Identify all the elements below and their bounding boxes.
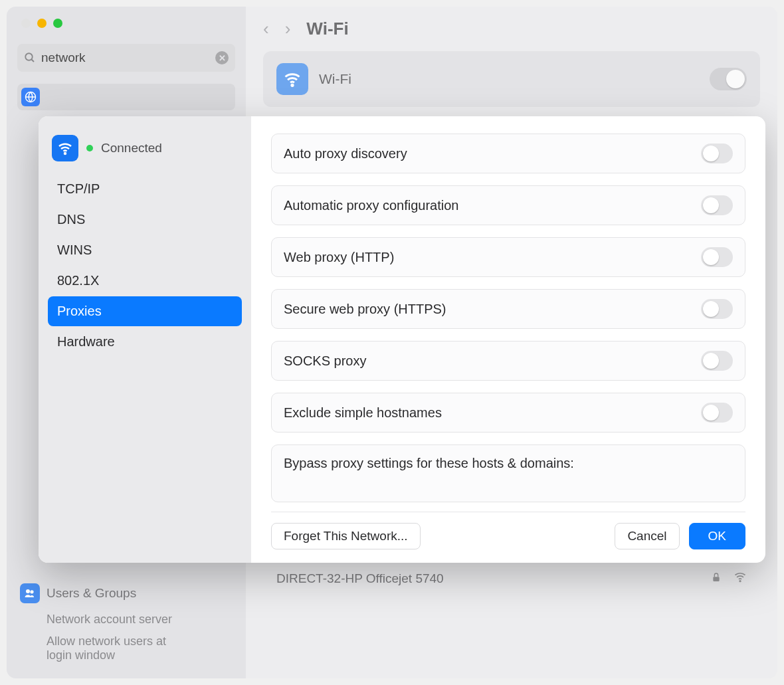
wifi-label: Wi-Fi: [319, 71, 351, 87]
forward-button[interactable]: ›: [285, 19, 291, 39]
connection-status-label: Connected: [101, 141, 162, 155]
sidebar-item-users-groups[interactable]: Users & Groups: [17, 578, 235, 609]
cancel-button[interactable]: Cancel: [615, 523, 679, 549]
toggle-web-proxy-http[interactable]: [701, 247, 733, 267]
toggle-auto-proxy-discovery[interactable]: [701, 144, 733, 163]
maximize-window-button[interactable]: [53, 19, 62, 28]
svg-point-9: [739, 581, 741, 582]
svg-point-5: [292, 84, 293, 86]
sidebar-subitem-allow-login[interactable]: Allow network users at login window: [17, 631, 235, 666]
option-label: Auto proxy discovery: [284, 146, 407, 161]
wifi-settings-modal: Connected TCP/IP DNS WINS 802.1X Proxies…: [39, 116, 765, 563]
users-icon: [20, 583, 40, 603]
svg-rect-8: [713, 577, 719, 581]
wifi-signal-icon: [734, 570, 747, 587]
modal-tab-dns[interactable]: DNS: [48, 205, 242, 235]
proxy-option-http: Web proxy (HTTP): [271, 237, 745, 277]
system-settings-window: ✕ Users & Groups Network account server …: [7, 7, 777, 678]
bypass-label: Bypass proxy settings for these hosts & …: [284, 456, 574, 470]
sidebar-item-label: Users & Groups: [47, 586, 136, 601]
toggle-auto-proxy-config[interactable]: [701, 195, 733, 215]
sidebar-search-results: Users & Groups Network account server Al…: [17, 571, 235, 666]
wifi-toggle[interactable]: [710, 68, 747, 90]
modal-sidebar: Connected TCP/IP DNS WINS 802.1X Proxies…: [39, 116, 251, 563]
nav-bar: ‹ › Wi-Fi: [263, 19, 760, 39]
wifi-icon: [276, 63, 308, 95]
proxy-option-exclude-simple: Exclude simple hostnames: [271, 393, 745, 433]
status-dot-icon: [86, 145, 93, 151]
search-field[interactable]: ✕: [17, 44, 235, 72]
minimize-window-button[interactable]: [37, 19, 47, 28]
toggle-exclude-simple-hostnames[interactable]: [701, 403, 733, 423]
bypass-hosts-field[interactable]: Bypass proxy settings for these hosts & …: [271, 444, 745, 502]
window-controls: [21, 19, 235, 28]
wifi-icon: [52, 135, 78, 161]
modal-tab-8021x[interactable]: 802.1X: [48, 266, 242, 296]
proxy-option-auto-config: Automatic proxy configuration: [271, 185, 745, 225]
svg-point-4: [30, 590, 33, 593]
lock-icon: [711, 571, 722, 586]
clear-search-button[interactable]: ✕: [215, 51, 229, 64]
wifi-header-card: Wi-Fi: [263, 51, 760, 107]
modal-tab-proxies[interactable]: Proxies: [48, 296, 242, 326]
search-input[interactable]: [41, 50, 215, 65]
ok-button[interactable]: OK: [689, 523, 745, 549]
globe-icon: [21, 88, 40, 106]
option-label: SOCKS proxy: [284, 353, 366, 369]
forget-network-button[interactable]: Forget This Network...: [271, 523, 421, 549]
toggle-web-proxy-https[interactable]: [701, 299, 733, 319]
modal-footer: Forget This Network... Cancel OK: [271, 512, 745, 563]
connection-status: Connected: [45, 132, 245, 173]
proxy-option-auto-discovery: Auto proxy discovery: [271, 134, 745, 173]
proxy-option-https: Secure web proxy (HTTPS): [271, 289, 745, 329]
sidebar-subitem-network-account[interactable]: Network account server: [17, 609, 235, 631]
proxy-option-socks: SOCKS proxy: [271, 341, 745, 381]
sidebar-item-network[interactable]: [17, 84, 235, 110]
svg-point-0: [25, 53, 33, 60]
modal-tab-hardware[interactable]: Hardware: [48, 327, 242, 357]
search-icon: [24, 52, 36, 64]
svg-line-1: [31, 59, 34, 62]
option-label: Automatic proxy configuration: [284, 198, 458, 213]
page-title: Wi-Fi: [306, 19, 348, 39]
svg-point-3: [26, 589, 30, 593]
toggle-socks-proxy[interactable]: [701, 351, 733, 371]
option-label: Web proxy (HTTP): [284, 250, 394, 265]
known-network-row[interactable]: DIRECT-32-HP Officejet 5740: [263, 561, 760, 596]
option-label: Secure web proxy (HTTPS): [284, 302, 446, 317]
modal-tab-tcpip[interactable]: TCP/IP: [48, 174, 242, 204]
close-window-button[interactable]: [21, 19, 31, 28]
svg-point-10: [64, 153, 66, 154]
option-label: Exclude simple hostnames: [284, 405, 442, 421]
back-button[interactable]: ‹: [263, 19, 269, 39]
modal-tab-wins[interactable]: WINS: [48, 235, 242, 265]
network-name: DIRECT-32-HP Officejet 5740: [276, 571, 711, 586]
modal-content: Auto proxy discovery Automatic proxy con…: [251, 116, 765, 563]
